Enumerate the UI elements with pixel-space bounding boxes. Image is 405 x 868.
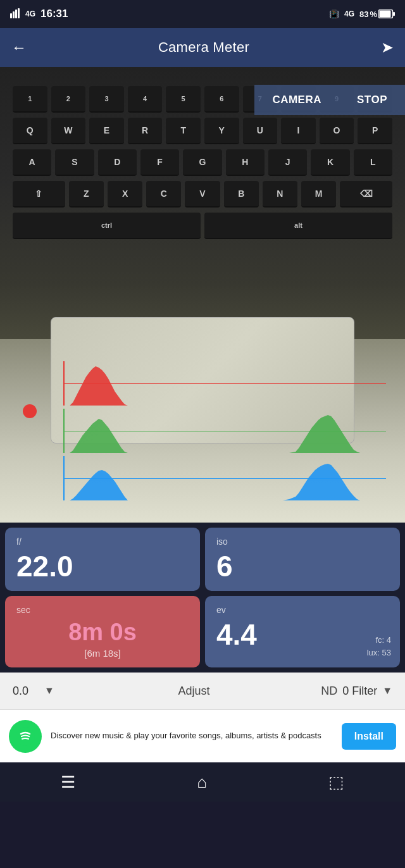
network-4g: 4G [344, 9, 354, 18]
key-y: Y [204, 118, 239, 144]
key-z: Z [69, 181, 104, 208]
svg-rect-3 [18, 8, 20, 18]
sec-label: sec [16, 605, 189, 615]
nav-bar: ☰ ⌂ ⬚ [0, 762, 405, 802]
key-u: U [243, 118, 278, 144]
battery-icon [378, 9, 395, 18]
svg-rect-6 [380, 11, 391, 18]
key-shift: ⇧ [13, 181, 65, 208]
key-g: G [183, 149, 221, 176]
key-c: C [146, 181, 181, 208]
back-button[interactable]: ← [11, 39, 27, 56]
ev-panel[interactable]: ev 4.4 fc: 4 lux: 53 [205, 596, 400, 667]
iso-value: 6 [216, 552, 389, 581]
blue-histogram-svg [63, 456, 386, 500]
battery-container: 83% [359, 9, 395, 19]
svg-rect-0 [10, 13, 12, 18]
key-x: X [108, 181, 142, 208]
nd-label: ND [321, 685, 337, 698]
key-h: H [226, 149, 265, 176]
key-f: F [140, 149, 179, 176]
adjust-value: 0.0 [13, 685, 44, 698]
key-a: A [13, 149, 51, 176]
camera-button[interactable]: CAMERA [254, 85, 339, 115]
key-i: I [281, 118, 316, 144]
key-p: P [358, 118, 392, 144]
key-2: 2 [51, 86, 86, 113]
camera-view: 1 2 3 4 5 6 7 8 9 0 Q W E R T Y U I O P … [0, 67, 405, 523]
nd-section: ND 0 Filter ▼ [321, 685, 392, 698]
key-m: M [301, 181, 336, 208]
ev-fc: fc: 4 [375, 635, 391, 645]
key-e: E [89, 118, 124, 144]
key-l: L [354, 149, 392, 176]
battery-level: 83 [359, 9, 368, 19]
svg-point-7 [16, 727, 35, 746]
adjust-label: Adjust [67, 685, 321, 698]
key-backspace: ⌫ [340, 181, 392, 208]
key-v: V [185, 181, 220, 208]
vibrate-icon: 📳 [329, 9, 339, 19]
sec-sub: [6m 18s] [16, 648, 189, 659]
key-3: 3 [89, 86, 124, 113]
network-type: 4G [25, 9, 35, 18]
spotify-logo [9, 720, 42, 753]
trackpad [51, 317, 354, 443]
install-button[interactable]: Install [342, 723, 396, 750]
key-n: N [263, 181, 297, 208]
adjust-dropdown-icon[interactable]: ▼ [44, 685, 54, 697]
key-q: Q [13, 118, 47, 144]
metrics-section: f/ 22.0 iso 6 sec 8m 0s [6m 18s] ev 4.4 … [0, 523, 405, 673]
sec-value: 8m 0s [16, 620, 189, 644]
time: 16:31 [40, 8, 68, 20]
iso-label: iso [216, 536, 389, 547]
key-r: R [128, 118, 163, 144]
key-5: 5 [166, 86, 201, 113]
key-o: O [320, 118, 354, 144]
svg-rect-1 [13, 11, 15, 18]
fstop-panel[interactable]: f/ 22.0 [5, 528, 200, 591]
ev-value: 4.4 [216, 620, 389, 649]
fstop-value: 22.0 [16, 552, 189, 581]
key-alt: alt [204, 213, 392, 239]
blue-baseline [63, 478, 386, 479]
svg-rect-5 [393, 12, 395, 16]
nd-dropdown-icon[interactable]: ▼ [382, 685, 392, 697]
adjust-row: 0.0 ▼ Adjust ND 0 Filter ▼ [0, 673, 405, 709]
status-bar: 4G 16:31 📳 4G 83% [0, 0, 405, 28]
sec-panel[interactable]: sec 8m 0s [6m 18s] [5, 596, 200, 667]
fstop-label: f/ [16, 536, 189, 547]
ev-lux: lux: 53 [367, 648, 391, 657]
header: ← Camera Meter ➤ [0, 28, 405, 67]
back-nav-icon[interactable]: ⬚ [328, 772, 344, 792]
recording-indicator [23, 404, 37, 418]
ad-text: Discover new music & play your favorite … [51, 730, 333, 741]
ad-banner: Discover new music & play your favorite … [0, 709, 405, 762]
key-j: J [268, 149, 307, 176]
overlay-buttons: CAMERA STOP [254, 85, 405, 115]
key-d: D [98, 149, 137, 176]
iso-panel[interactable]: iso 6 [205, 528, 400, 591]
menu-icon[interactable]: ☰ [61, 772, 75, 792]
home-icon[interactable]: ⌂ [197, 772, 207, 792]
key-t: T [166, 118, 201, 144]
key-s: S [55, 149, 94, 176]
share-button[interactable]: ➤ [381, 39, 394, 56]
ev-label: ev [216, 605, 389, 615]
key-b: B [224, 181, 259, 208]
key-w: W [51, 118, 86, 144]
blue-histogram [63, 456, 386, 500]
key-k: K [311, 149, 349, 176]
key-4: 4 [128, 86, 163, 113]
key-6: 6 [204, 86, 239, 113]
key-ctrl: ctrl [13, 213, 201, 239]
nd-value: 0 Filter [342, 685, 377, 698]
status-right: 📳 4G 83% [329, 9, 395, 19]
blue-vline [63, 456, 65, 500]
ev-extra: fc: 4 lux: 53 [367, 634, 391, 659]
network-icon [10, 8, 22, 20]
svg-rect-2 [15, 9, 17, 18]
key-1: 1 [13, 86, 47, 113]
page-title: Camera Meter [158, 39, 249, 56]
stop-button[interactable]: STOP [339, 85, 405, 115]
